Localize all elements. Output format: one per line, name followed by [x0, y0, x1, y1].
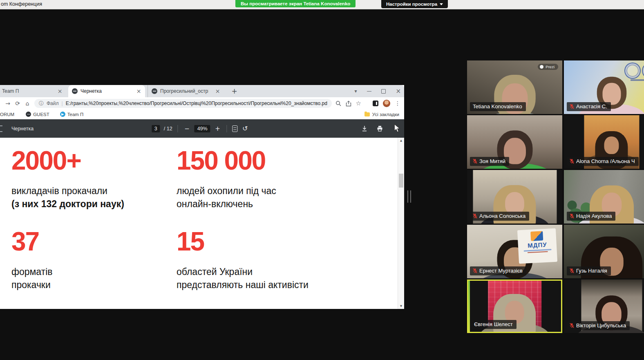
stat-line: людей охопили під час — [177, 184, 276, 197]
scroll-up-icon[interactable]: ▲ — [398, 139, 404, 142]
university-logo-stamps — [624, 63, 644, 79]
mdpu-logo-icon — [530, 231, 543, 241]
bookmark-forum[interactable]: ORUM — [0, 112, 14, 117]
pdf-scrollbar[interactable]: ▲ ▼ — [398, 138, 404, 309]
stat-line: прокачки — [11, 278, 52, 291]
address-bar[interactable]: ⓘ Файл | E:/гранты,%20проекты,%20членств… — [34, 99, 332, 108]
tab-progresylnyi[interactable]: Прогресильний_острівець_зн × — [148, 85, 224, 97]
participant-tile-active-speaker[interactable]: Євгенія Шелест — [467, 280, 562, 333]
mouse-cursor — [394, 124, 400, 133]
page-number-input[interactable]: 3 — [152, 125, 160, 132]
tab-close-icon[interactable]: × — [214, 88, 221, 95]
participant-name: Вікторія Цибульська — [576, 322, 626, 329]
stat-line: представляють наші активісти — [177, 278, 309, 291]
bookmark-guest[interactable]: GUEST — [26, 112, 49, 117]
minimize-icon[interactable]: — — [367, 88, 371, 94]
tab-close-icon[interactable]: × — [56, 88, 63, 95]
bookmark-star-icon[interactable]: ☆ — [356, 100, 361, 107]
scrollbar-thumb[interactable] — [399, 174, 403, 188]
stamp-icon — [642, 63, 644, 79]
stat-value: 15 — [177, 228, 309, 255]
stamp-caption-line — [631, 79, 644, 81]
stat-block: 15 областей України представляють наші а… — [177, 228, 309, 291]
scroll-down-icon[interactable]: ▼ — [398, 304, 404, 308]
tab-close-icon[interactable]: × — [135, 88, 142, 95]
url-separator: | — [62, 101, 63, 106]
close-icon[interactable]: × — [396, 87, 401, 95]
participant-name: Анастасія С. — [576, 103, 607, 110]
tab-chernetka[interactable]: Чернетка × — [68, 85, 145, 97]
maximize-icon[interactable] — [381, 89, 386, 94]
muted-mic-icon — [570, 104, 574, 109]
new-tab-button[interactable]: + — [230, 87, 239, 96]
participant-name-label: Гузь Наталія — [567, 266, 611, 275]
silhouette-face — [604, 136, 619, 154]
pdf-action-icons — [362, 125, 383, 132]
zoom-in-button[interactable]: + — [214, 125, 221, 132]
url-scheme-label: Файл — [47, 101, 59, 106]
reload-icon[interactable]: ⟳ — [13, 100, 22, 107]
participant-tile[interactable]: Гузь Наталія — [564, 225, 644, 278]
globe-favicon — [72, 88, 78, 94]
globe-favicon — [152, 88, 157, 94]
stat-block: 2000+ викладачів прокачали (з них 132 до… — [11, 148, 124, 210]
forward-icon[interactable]: → — [3, 100, 13, 107]
zoom-out-button[interactable]: − — [183, 125, 191, 132]
stat-block: 37 форматів прокачки — [11, 228, 52, 291]
menu-dots-icon[interactable]: ⋮ — [395, 100, 400, 107]
mdpu-caption-line — [527, 251, 548, 253]
participant-tile[interactable]: Prezi Tetiana Konovalenko — [467, 60, 562, 114]
print-icon[interactable] — [377, 125, 383, 132]
chevron-down-icon — [440, 3, 443, 5]
share-icon[interactable] — [346, 101, 351, 107]
app-title: om Конференция — [1, 1, 42, 7]
fit-page-icon[interactable] — [233, 125, 238, 132]
participant-tile[interactable]: Анастасія С. — [564, 60, 644, 114]
zoom-magnifier-icon[interactable] — [335, 101, 341, 106]
zoom-level-input[interactable]: 49% — [195, 125, 210, 132]
tab-strip: Team П × Чернетка × Прогресильний_острів… — [0, 85, 404, 97]
participant-name: Гузь Наталія — [576, 268, 607, 274]
bookmark-label: Team П — [67, 112, 84, 117]
home-icon[interactable]: ⌂ — [22, 100, 32, 107]
participant-name-label: Вікторія Цибульська — [567, 321, 630, 330]
shared-browser-window: Team П × Чернетка × Прогресильний_острів… — [0, 85, 404, 309]
stamp-icon — [624, 63, 641, 79]
profile-avatar[interactable] — [383, 100, 390, 107]
participant-name-label: Alona Chorna /Альона Ч — [567, 157, 639, 166]
participant-tile[interactable]: Надія Акулова — [564, 170, 644, 224]
url-text: E:/гранты,%20проекты,%20членство/Прогрес… — [66, 101, 327, 106]
participant-name: Alona Chorna /Альона Ч — [576, 158, 635, 164]
pdf-toolbar: Чернетка 3 / 12 − 49% + ↺ — [0, 119, 404, 138]
participant-tile[interactable]: Alona Chorna /Альона Ч — [564, 115, 644, 169]
pdf-menu-icon[interactable] — [0, 125, 2, 132]
globe-icon — [26, 112, 31, 117]
side-panel-icon[interactable] — [373, 101, 378, 106]
muted-mic-icon — [473, 268, 477, 273]
stat-value: 37 — [11, 228, 52, 255]
participant-name: Tetiana Konovalenko — [473, 103, 522, 110]
download-icon[interactable] — [362, 125, 367, 132]
browser-toolbar: → ⟳ ⌂ ⓘ Файл | E:/гранты,%20проекты,%20ч… — [0, 97, 404, 110]
folder-icon — [364, 112, 370, 116]
all-bookmarks-button[interactable]: Усі закладки — [364, 112, 399, 117]
pdf-page-controls: 3 / 12 − 49% + ↺ — [152, 125, 249, 132]
panel-resize-handle[interactable] — [407, 190, 411, 203]
participant-tile[interactable]: Зоя Митяй — [467, 115, 562, 169]
participant-name-label: Tetiana Konovalenko — [470, 102, 526, 111]
bookmark-team-p[interactable]: Team П — [60, 112, 84, 117]
participant-tile[interactable]: МДПУ Ернест Муртазієв — [467, 225, 562, 278]
muted-mic-icon — [473, 213, 477, 219]
tab-search-icon[interactable]: ▾ — [354, 88, 357, 94]
window-controls: ▾ — × — [354, 85, 401, 97]
participant-name-label: Ернест Муртазієв — [470, 266, 526, 275]
pdf-page: 2000+ викладачів прокачали (з них 132 до… — [0, 138, 404, 309]
rotate-icon[interactable]: ↺ — [242, 125, 249, 132]
view-settings-button[interactable]: Настройки просмотра — [381, 0, 448, 8]
participant-tile[interactable]: Альона Солонська — [467, 170, 562, 224]
participant-name: Зоя Митяй — [479, 158, 505, 164]
participant-tile[interactable]: Вікторія Цибульська — [564, 280, 644, 333]
divider — [178, 125, 178, 132]
tab-team-p[interactable]: Team П × — [0, 85, 66, 97]
info-icon[interactable]: ⓘ — [39, 100, 44, 107]
